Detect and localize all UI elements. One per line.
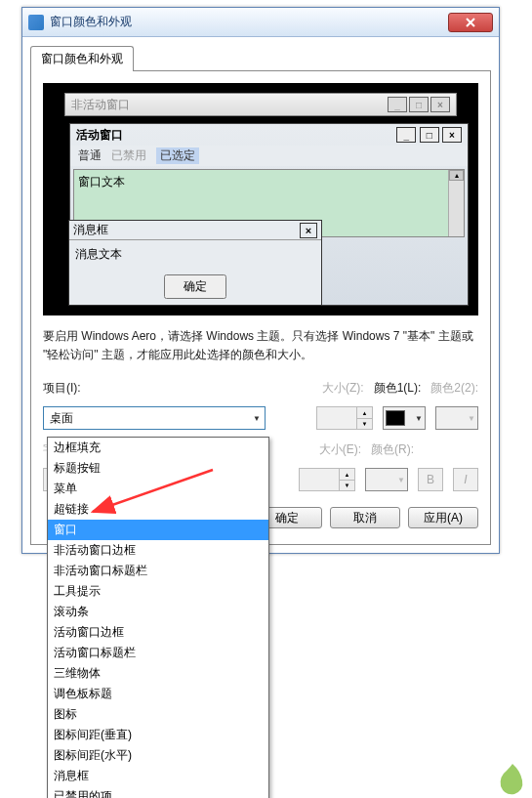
spinner-up-icon: ▲ xyxy=(339,469,354,481)
dropdown-item[interactable]: 活动窗口边框 xyxy=(48,622,268,643)
app-icon xyxy=(28,15,44,30)
preview-inactive-window: 非活动窗口 _ □ × xyxy=(64,93,457,116)
dropdown-item[interactable]: 调色板标题 xyxy=(48,684,268,704)
size-label: 大小(Z): xyxy=(322,380,364,397)
color1-swatch xyxy=(386,410,405,426)
dropdown-item[interactable]: 窗口 xyxy=(48,520,268,540)
msgbox-buttons: 确定 xyxy=(69,269,321,305)
help-text: 要启用 Windows Aero，请选择 Windows 主题。只有选择 Win… xyxy=(43,327,478,364)
dropdown-item[interactable]: 非活动窗口边框 xyxy=(48,540,268,561)
preview-scrollbar xyxy=(448,170,464,236)
tab-header: 窗口颜色和外观 xyxy=(30,45,491,71)
item-dropdown-list[interactable]: 边框填充标题按钮菜单超链接窗口非活动窗口边框非活动窗口标题栏工具提示滚动条活动窗… xyxy=(47,437,269,798)
dropdown-item[interactable]: 工具提示 xyxy=(48,581,268,602)
dropdown-item[interactable]: 三维物体 xyxy=(48,663,268,684)
dropdown-arrow-icon: ▼ xyxy=(397,476,405,484)
dropdown-item[interactable]: 滚动条 xyxy=(48,602,268,622)
cancel-button[interactable]: 取消 xyxy=(330,507,400,528)
close-icon: × xyxy=(442,127,462,143)
dropdown-item[interactable]: 消息框 xyxy=(48,766,268,786)
tab-window-color[interactable]: 窗口颜色和外观 xyxy=(30,46,134,71)
dropdown-item[interactable]: 标题按钮 xyxy=(48,458,268,479)
item-label: 项目(I): xyxy=(43,380,312,397)
dropdown-item[interactable]: 超链接 xyxy=(48,499,268,520)
menu-normal: 普通 xyxy=(78,147,102,164)
dropdown-item[interactable]: 非活动窗口标题栏 xyxy=(48,561,268,581)
dropdown-item[interactable]: 活动窗口标题栏 xyxy=(48,643,268,663)
menu-disabled: 已禁用 xyxy=(111,147,146,164)
dropdown-arrow-icon: ▼ xyxy=(468,414,475,423)
color-r-picker: ▼ xyxy=(365,468,408,491)
close-icon: × xyxy=(430,97,450,112)
maximize-icon: □ xyxy=(420,127,439,143)
close-button[interactable] xyxy=(448,13,493,32)
spinner-down-icon: ▼ xyxy=(339,481,354,491)
size-spinner: ▲▼ xyxy=(316,406,373,430)
combo-selected-text: 桌面 xyxy=(50,410,73,427)
controls-row-1b: 桌面 ▲▼ ▼ ▼ xyxy=(43,406,478,430)
size2-spinner: ▲▼ xyxy=(299,468,355,491)
titlebar[interactable]: 窗口颜色和外观 xyxy=(22,8,499,37)
dropdown-item[interactable]: 菜单 xyxy=(48,479,268,499)
active-window-titlebar: 活动窗口 _ □ × xyxy=(70,124,468,146)
color2-picker: ▼ xyxy=(435,406,478,430)
maximize-icon: □ xyxy=(409,97,429,112)
italic-button: I xyxy=(453,468,478,491)
msgbox-body: 消息文本 xyxy=(69,240,321,269)
inactive-window-title: 非活动窗口 xyxy=(71,97,130,113)
dropdown-item[interactable]: 图标间距(垂直) xyxy=(48,725,268,745)
active-window-title: 活动窗口 xyxy=(76,127,123,144)
minimize-icon: _ xyxy=(388,97,407,112)
msgbox-titlebar: 消息框 × xyxy=(69,221,321,240)
spinner-down-icon: ▼ xyxy=(356,419,372,430)
window-text-label: 窗口文本 xyxy=(78,175,125,189)
dropdown-item[interactable]: 已禁用的项 xyxy=(48,786,268,798)
active-window-controls: _ □ × xyxy=(396,127,462,143)
preview-area: 非活动窗口 _ □ × 活动窗口 _ □ × xyxy=(43,83,478,315)
watermark-icon xyxy=(493,759,532,798)
preview-menubar: 普通 已禁用 已选定 xyxy=(70,146,468,166)
dropdown-item[interactable]: 边框填充 xyxy=(48,438,268,458)
preview-message-box: 消息框 × 消息文本 确定 xyxy=(68,220,322,306)
msgbox-ok-button: 确定 xyxy=(164,274,226,299)
dropdown-item[interactable]: 图标间距(水平) xyxy=(48,745,268,766)
item-combo[interactable]: 桌面 xyxy=(43,406,266,430)
controls-row-1: 项目(I): 大小(Z): 颜色1(L): 颜色2(2): xyxy=(43,380,478,400)
inactive-window-controls: _ □ × xyxy=(388,97,450,112)
window-title: 窗口颜色和外观 xyxy=(50,14,448,30)
msgbox-title: 消息框 xyxy=(73,222,108,238)
size2-label: 大小(E): xyxy=(319,441,361,458)
bold-button: B xyxy=(418,468,443,491)
apply-button[interactable]: 应用(A) xyxy=(408,507,478,528)
color-r-label: 颜色(R): xyxy=(371,441,414,458)
dropdown-arrow-icon: ▼ xyxy=(415,414,423,423)
dropdown-item[interactable]: 图标 xyxy=(48,704,268,725)
spinner-up-icon: ▲ xyxy=(356,407,372,419)
minimize-icon: _ xyxy=(396,127,416,143)
menu-selected: 已选定 xyxy=(156,147,199,164)
close-icon: × xyxy=(300,223,317,238)
color1-picker[interactable]: ▼ xyxy=(383,406,426,430)
color2-label: 颜色2(2): xyxy=(430,380,478,397)
color1-label: 颜色1(L): xyxy=(374,380,422,397)
